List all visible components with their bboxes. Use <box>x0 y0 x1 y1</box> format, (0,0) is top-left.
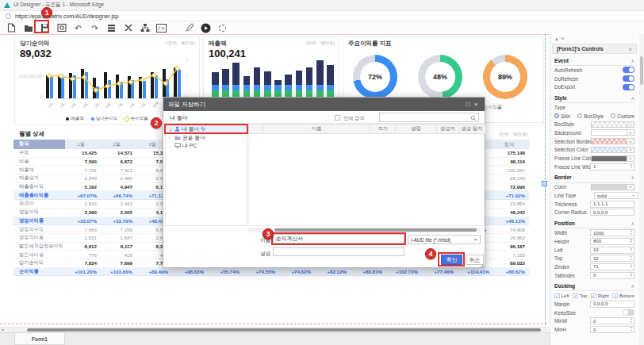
select-column-header[interactable] <box>249 125 263 133</box>
checkbox-icon[interactable]: ✓ <box>573 293 578 299</box>
radio-icon[interactable] <box>554 113 559 118</box>
search-all-checkbox[interactable] <box>335 115 340 121</box>
property-input[interactable]: 0,0,0,0 <box>590 209 634 216</box>
chevron-up-icon[interactable]: ∧ <box>631 174 634 180</box>
dock-checkbox-bottom[interactable]: ✓Bottom <box>612 293 634 299</box>
maximize-icon[interactable]: □ <box>464 101 472 108</box>
section-header[interactable]: Border∧ <box>554 173 634 183</box>
radio-icon[interactable] <box>577 113 582 118</box>
close-icon[interactable]: × <box>472 101 480 108</box>
file-column-header[interactable]: 생성 일자 <box>459 125 485 133</box>
dropdown-icon[interactable]: ∨ <box>627 155 634 162</box>
refresh-icon[interactable]: ↻ <box>201 126 205 132</box>
search-input[interactable] <box>379 113 479 122</box>
tree-item-folder[interactable]: ›공용 폴더 <box>166 134 247 143</box>
chevron-up-icon[interactable]: ∧ <box>631 95 634 101</box>
run-icon[interactable] <box>201 23 211 33</box>
toggle-switch[interactable] <box>623 309 634 316</box>
section-header[interactable]: Event∧ <box>554 56 634 66</box>
dataset-icon[interactable] <box>106 23 117 33</box>
dropdown-icon[interactable]: ∨ <box>627 184 634 190</box>
hierarchy-icon[interactable] <box>140 23 150 33</box>
checkbox-icon[interactable]: ✓ <box>591 293 596 299</box>
dropdown-icon[interactable]: ∨ <box>627 147 634 153</box>
radio-icon[interactable] <box>611 113 615 118</box>
tree-item-pc[interactable]: ›내 PC <box>166 142 247 151</box>
scroll-right-icon[interactable]: ▸ <box>485 228 487 232</box>
toggle-switch[interactable] <box>623 67 634 73</box>
toggle-switch[interactable] <box>623 84 634 90</box>
chevron-up-icon[interactable]: ∧ <box>631 58 634 63</box>
site-info-icon[interactable] <box>6 13 11 19</box>
color-swatch[interactable] <box>591 147 627 153</box>
more-button[interactable]: ... <box>627 121 634 128</box>
section-header[interactable]: Style∧ <box>554 93 634 103</box>
dropdown-icon[interactable]: ∨ <box>627 129 634 136</box>
spinner-icon[interactable]: ▴▾ <box>628 164 634 170</box>
spinner-icon[interactable]: ▴▾ <box>628 264 634 270</box>
save-icon[interactable] <box>40 23 50 33</box>
settings-icon[interactable] <box>217 23 228 33</box>
color-swatch[interactable] <box>591 129 627 136</box>
scroll-left-icon[interactable]: ◂ <box>2 328 3 332</box>
chevron-up-icon[interactable]: ∧ <box>631 283 634 289</box>
spinner-icon[interactable]: ▴▾ <box>628 255 634 261</box>
ok-button[interactable]: 확인 <box>441 255 462 265</box>
spinner-icon[interactable]: ▴▾ <box>628 273 634 278</box>
panel-scrollbar[interactable] <box>639 34 644 345</box>
dock-checkbox-right[interactable]: ✓Right <box>591 293 609 299</box>
form1-tab[interactable]: Form1 <box>14 333 65 345</box>
color-swatch[interactable] <box>591 121 627 128</box>
checkbox-icon[interactable]: ✓ <box>612 293 618 299</box>
file-type-select[interactable]: i-AUD file (*.mtsd) ▼ <box>408 235 481 244</box>
canvas-hscrollbar[interactable]: ◂ <box>0 327 549 332</box>
property-input[interactable]: 0,0,0,0 <box>590 301 634 308</box>
color-swatch[interactable] <box>591 138 627 144</box>
color-swatch[interactable] <box>591 155 627 162</box>
file-column-header[interactable]: 생성자 <box>437 125 459 133</box>
expand-closed-icon[interactable]: › <box>169 144 173 148</box>
radio-option-boxstyle[interactable]: BoxStyle <box>577 113 604 119</box>
dropdown-icon[interactable]: ∨ <box>627 138 634 144</box>
chevron-up-icon[interactable]: ∧ <box>631 220 634 226</box>
dock-checkbox-left[interactable]: ✓Left <box>554 293 569 299</box>
description-input[interactable] <box>273 247 404 256</box>
spinner-icon[interactable]: ▴▾ <box>628 247 634 253</box>
spinner-icon[interactable]: ▴▾ <box>628 327 634 332</box>
resize-grip-icon[interactable]: ◢ <box>480 262 484 267</box>
form-resize-handle[interactable] <box>542 181 547 186</box>
spinner-icon[interactable]: ▴▾ <box>628 318 634 324</box>
scrollbar-thumb[interactable] <box>274 228 477 232</box>
browser-urlbar[interactable]: https://epa.bimatrix.com/AUD/designer.js… <box>0 11 644 21</box>
file-column-header[interactable]: 설명 <box>396 125 437 133</box>
radio-option-skin[interactable]: Skin <box>554 113 570 119</box>
controls-header[interactable]: [Form1]'s Controls ∨ <box>552 44 637 54</box>
undo-icon[interactable]: ↶ <box>73 23 83 33</box>
dropdown-icon[interactable]: ∨ <box>632 194 634 197</box>
file-column-header[interactable]: 이름 <box>263 125 370 133</box>
toggle-switch[interactable] <box>623 75 634 82</box>
query-tools-icon[interactable] <box>123 23 133 33</box>
dock-checkbox-top[interactable]: ✓Top <box>573 293 587 299</box>
file-list-hscrollbar[interactable]: ▸ <box>248 228 481 232</box>
scrollbar-thumb[interactable] <box>27 328 541 332</box>
tree-item-user[interactable]: ∨내 폴더↻ <box>166 125 247 134</box>
expand-closed-icon[interactable]: › <box>169 136 173 140</box>
collapse-panel-icon[interactable]: » <box>562 36 565 41</box>
scrollbar-thumb[interactable] <box>640 56 643 85</box>
edit-icon[interactable] <box>184 23 194 33</box>
code-view-icon[interactable]: /> <box>156 23 167 33</box>
save-as-icon[interactable] <box>56 23 67 33</box>
file-column-header[interactable]: 크기 <box>370 125 396 133</box>
dialog-titlebar[interactable]: 파일 저장하기 □ × <box>163 98 485 111</box>
checkbox-icon[interactable]: ✓ <box>554 293 560 299</box>
new-file-icon[interactable] <box>6 23 17 33</box>
file-list-body[interactable] <box>248 134 485 226</box>
pin-icon[interactable]: ▴ <box>555 36 558 42</box>
open-folder-icon[interactable] <box>23 23 33 33</box>
file-name-input[interactable]: 손익계산서 <box>273 234 404 243</box>
spinner-icon[interactable]: ▴▾ <box>628 230 634 236</box>
radio-option-custom[interactable]: Custom <box>611 113 634 119</box>
section-header[interactable]: Docking∧ <box>554 281 634 291</box>
expand-open-icon[interactable]: ∨ <box>169 127 173 132</box>
